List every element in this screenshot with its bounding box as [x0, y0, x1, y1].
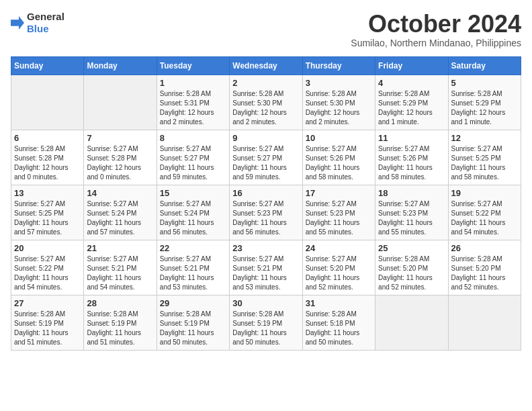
calendar-cell: 11Sunrise: 5:27 AMSunset: 5:26 PMDayligh… [375, 130, 448, 185]
calendar-cell: 2Sunrise: 5:28 AMSunset: 5:30 PMDaylight… [230, 75, 302, 130]
day-number: 1 [160, 78, 226, 88]
calendar-cell: 21Sunrise: 5:27 AMSunset: 5:21 PMDayligh… [84, 240, 157, 295]
day-info: Sunrise: 5:28 AMSunset: 5:20 PMDaylight:… [451, 255, 518, 292]
title-block: October 2024 Sumilao, Northern Mindanao,… [351, 11, 521, 48]
week-row-4: 20Sunrise: 5:27 AMSunset: 5:22 PMDayligh… [11, 240, 521, 295]
day-number: 19 [451, 188, 518, 198]
day-info: Sunrise: 5:27 AMSunset: 5:22 PMDaylight:… [451, 199, 518, 237]
weekday-header-tuesday: Tuesday [157, 56, 229, 75]
calendar-cell [375, 295, 448, 350]
calendar-cell: 25Sunrise: 5:28 AMSunset: 5:20 PMDayligh… [375, 240, 448, 295]
weekday-header-monday: Monday [84, 56, 157, 75]
calendar-cell: 3Sunrise: 5:28 AMSunset: 5:30 PMDaylight… [302, 75, 375, 130]
day-info: Sunrise: 5:27 AMSunset: 5:21 PMDaylight:… [232, 255, 299, 292]
weekday-header-row: SundayMondayTuesdayWednesdayThursdayFrid… [11, 56, 521, 75]
logo-text-blue: Blue [27, 23, 49, 34]
day-number: 10 [306, 133, 372, 143]
day-number: 4 [378, 78, 445, 88]
day-number: 15 [160, 188, 226, 198]
day-number: 23 [232, 243, 299, 253]
calendar-cell: 5Sunrise: 5:28 AMSunset: 5:29 PMDaylight… [448, 75, 521, 130]
logo-text-general: General [27, 11, 64, 22]
calendar-cell: 28Sunrise: 5:28 AMSunset: 5:19 PMDayligh… [84, 295, 157, 350]
calendar-cell: 4Sunrise: 5:28 AMSunset: 5:29 PMDaylight… [375, 75, 448, 130]
week-row-2: 6Sunrise: 5:28 AMSunset: 5:28 PMDaylight… [11, 130, 521, 185]
calendar-cell: 16Sunrise: 5:27 AMSunset: 5:23 PMDayligh… [230, 185, 302, 240]
day-info: Sunrise: 5:28 AMSunset: 5:29 PMDaylight:… [378, 89, 445, 127]
calendar-cell: 7Sunrise: 5:27 AMSunset: 5:28 PMDaylight… [84, 130, 157, 185]
calendar-cell: 17Sunrise: 5:27 AMSunset: 5:23 PMDayligh… [302, 185, 375, 240]
day-number: 21 [87, 243, 153, 253]
day-info: Sunrise: 5:27 AMSunset: 5:21 PMDaylight:… [160, 255, 226, 292]
calendar-cell: 12Sunrise: 5:27 AMSunset: 5:25 PMDayligh… [448, 130, 521, 185]
calendar-cell: 1Sunrise: 5:28 AMSunset: 5:31 PMDaylight… [157, 75, 229, 130]
day-info: Sunrise: 5:28 AMSunset: 5:19 PMDaylight:… [87, 310, 153, 347]
location-title: Sumilao, Northern Mindanao, Philippines [351, 38, 521, 48]
day-number: 2 [232, 78, 299, 88]
calendar-cell: 30Sunrise: 5:28 AMSunset: 5:19 PMDayligh… [230, 295, 302, 350]
calendar-cell [448, 295, 521, 350]
calendar-cell: 13Sunrise: 5:27 AMSunset: 5:25 PMDayligh… [11, 185, 84, 240]
day-number: 24 [306, 243, 372, 253]
week-row-1: 1Sunrise: 5:28 AMSunset: 5:31 PMDaylight… [11, 75, 521, 130]
svg-marker-0 [11, 16, 24, 30]
calendar-cell: 20Sunrise: 5:27 AMSunset: 5:22 PMDayligh… [11, 240, 84, 295]
day-number: 25 [378, 243, 445, 253]
day-number: 3 [306, 78, 372, 88]
day-number: 8 [160, 133, 226, 143]
day-info: Sunrise: 5:27 AMSunset: 5:22 PMDaylight:… [14, 255, 81, 292]
day-info: Sunrise: 5:27 AMSunset: 5:27 PMDaylight:… [232, 144, 299, 182]
day-number: 7 [87, 133, 153, 143]
logo: General Blue [11, 11, 64, 35]
day-info: Sunrise: 5:27 AMSunset: 5:21 PMDaylight:… [87, 255, 153, 292]
month-title: October 2024 [351, 11, 521, 38]
day-info: Sunrise: 5:28 AMSunset: 5:19 PMDaylight:… [14, 310, 81, 347]
calendar-cell: 31Sunrise: 5:28 AMSunset: 5:18 PMDayligh… [302, 295, 375, 350]
day-info: Sunrise: 5:28 AMSunset: 5:18 PMDaylight:… [306, 310, 372, 347]
calendar-cell: 9Sunrise: 5:27 AMSunset: 5:27 PMDaylight… [230, 130, 302, 185]
day-info: Sunrise: 5:27 AMSunset: 5:28 PMDaylight:… [87, 144, 153, 182]
calendar-cell: 14Sunrise: 5:27 AMSunset: 5:24 PMDayligh… [84, 185, 157, 240]
day-info: Sunrise: 5:27 AMSunset: 5:25 PMDaylight:… [14, 199, 81, 237]
day-info: Sunrise: 5:27 AMSunset: 5:27 PMDaylight:… [160, 144, 226, 182]
calendar-table: SundayMondayTuesdayWednesdayThursdayFrid… [11, 56, 521, 351]
week-row-5: 27Sunrise: 5:28 AMSunset: 5:19 PMDayligh… [11, 295, 521, 350]
day-info: Sunrise: 5:28 AMSunset: 5:20 PMDaylight:… [378, 255, 445, 292]
calendar-cell [84, 75, 157, 130]
day-info: Sunrise: 5:28 AMSunset: 5:29 PMDaylight:… [451, 89, 518, 127]
calendar-cell: 15Sunrise: 5:27 AMSunset: 5:24 PMDayligh… [157, 185, 229, 240]
week-row-3: 13Sunrise: 5:27 AMSunset: 5:25 PMDayligh… [11, 185, 521, 240]
day-info: Sunrise: 5:27 AMSunset: 5:23 PMDaylight:… [306, 199, 372, 237]
page-header: General Blue October 2024 Sumilao, North… [11, 11, 521, 48]
day-info: Sunrise: 5:28 AMSunset: 5:28 PMDaylight:… [14, 144, 81, 182]
calendar-cell: 26Sunrise: 5:28 AMSunset: 5:20 PMDayligh… [448, 240, 521, 295]
calendar-cell: 22Sunrise: 5:27 AMSunset: 5:21 PMDayligh… [157, 240, 229, 295]
day-number: 20 [14, 243, 81, 253]
calendar-cell: 10Sunrise: 5:27 AMSunset: 5:26 PMDayligh… [302, 130, 375, 185]
day-number: 26 [451, 243, 518, 253]
day-info: Sunrise: 5:27 AMSunset: 5:23 PMDaylight:… [378, 199, 445, 237]
day-number: 28 [87, 298, 153, 308]
day-info: Sunrise: 5:27 AMSunset: 5:26 PMDaylight:… [378, 144, 445, 182]
day-info: Sunrise: 5:27 AMSunset: 5:23 PMDaylight:… [232, 199, 299, 237]
day-number: 12 [451, 133, 518, 143]
calendar-cell: 19Sunrise: 5:27 AMSunset: 5:22 PMDayligh… [448, 185, 521, 240]
day-info: Sunrise: 5:27 AMSunset: 5:24 PMDaylight:… [87, 199, 153, 237]
day-info: Sunrise: 5:28 AMSunset: 5:19 PMDaylight:… [160, 310, 226, 347]
calendar-cell [11, 75, 84, 130]
day-number: 13 [14, 188, 81, 198]
day-number: 22 [160, 243, 226, 253]
day-info: Sunrise: 5:27 AMSunset: 5:25 PMDaylight:… [451, 144, 518, 182]
day-info: Sunrise: 5:28 AMSunset: 5:19 PMDaylight:… [232, 310, 299, 347]
weekday-header-saturday: Saturday [448, 56, 521, 75]
calendar-cell: 8Sunrise: 5:27 AMSunset: 5:27 PMDaylight… [157, 130, 229, 185]
calendar-cell: 18Sunrise: 5:27 AMSunset: 5:23 PMDayligh… [375, 185, 448, 240]
day-number: 31 [306, 298, 372, 308]
calendar-cell: 24Sunrise: 5:27 AMSunset: 5:20 PMDayligh… [302, 240, 375, 295]
calendar-cell: 27Sunrise: 5:28 AMSunset: 5:19 PMDayligh… [11, 295, 84, 350]
day-number: 16 [232, 188, 299, 198]
logo-icon [11, 16, 24, 30]
day-number: 30 [232, 298, 299, 308]
day-number: 18 [378, 188, 445, 198]
day-number: 6 [14, 133, 81, 143]
